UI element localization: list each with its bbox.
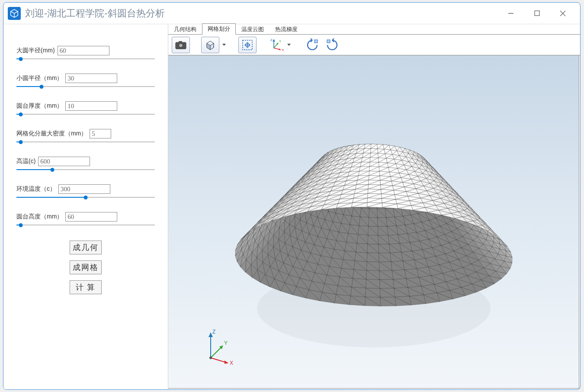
param-input-3[interactable] bbox=[90, 129, 111, 138]
param-slider-0[interactable] bbox=[16, 56, 155, 61]
x-axis-label: X bbox=[230, 360, 233, 366]
svg-text:Y: Y bbox=[279, 39, 282, 43]
screenshot-button[interactable] bbox=[172, 37, 190, 53]
close-button[interactable] bbox=[550, 5, 576, 22]
viewport-triad: X Y Z bbox=[203, 328, 237, 366]
svg-rect-5 bbox=[179, 41, 182, 43]
tab-0[interactable]: 几何结构 bbox=[168, 24, 202, 35]
compute-button[interactable]: 计 算 bbox=[70, 280, 102, 294]
tab-1[interactable]: 网格划分 bbox=[202, 23, 236, 35]
axis-triad-dropdown[interactable] bbox=[286, 37, 292, 53]
param-slider-1[interactable] bbox=[16, 84, 155, 89]
minimize-icon bbox=[508, 10, 514, 16]
param-input-4[interactable] bbox=[38, 157, 90, 166]
window-controls bbox=[498, 5, 576, 22]
param-label: 圆台高度（mm） bbox=[16, 213, 63, 221]
param-slider-4[interactable] bbox=[16, 167, 155, 172]
param-input-6[interactable] bbox=[65, 212, 117, 222]
svg-rect-1 bbox=[535, 11, 539, 16]
generate-geometry-button[interactable]: 成几何 bbox=[70, 241, 102, 254]
3d-viewport[interactable]: X Y Z bbox=[168, 55, 579, 389]
param-input-0[interactable] bbox=[58, 46, 109, 55]
close-icon bbox=[560, 10, 566, 16]
param-input-1[interactable] bbox=[65, 74, 117, 83]
svg-text:X: X bbox=[282, 48, 284, 52]
main-panel: 几何结构网格划分温度云图热流梯度 bbox=[168, 24, 580, 389]
param-slider-5[interactable] bbox=[16, 195, 155, 200]
param-label: 环境温度（c） bbox=[16, 185, 56, 193]
param-label: 大圆半径(mm) bbox=[16, 47, 55, 55]
svg-rect-16 bbox=[327, 40, 330, 43]
axis-triad-icon: X Y Z bbox=[268, 37, 284, 53]
param-input-2[interactable] bbox=[65, 101, 117, 111]
generate-mesh-button[interactable]: 成网格 bbox=[70, 260, 102, 274]
svg-point-7 bbox=[180, 44, 182, 47]
sidebar: 大圆半径(mm) 小圆半径（mm） 圆台厚度（mm） 网格化分最大密度（mm bbox=[3, 24, 168, 389]
svg-point-2373 bbox=[209, 357, 212, 359]
z-axis-label: Z bbox=[212, 329, 215, 335]
maximize-button[interactable] bbox=[524, 5, 550, 22]
param-slider-6[interactable] bbox=[16, 222, 155, 228]
window-title: 刘迎-湖北工程学院-斜圆台热分析 bbox=[25, 7, 498, 20]
cube-icon bbox=[204, 39, 216, 51]
view-cube-dropdown[interactable] bbox=[221, 37, 227, 53]
param-label: 高温(c) bbox=[16, 157, 35, 165]
titlebar: 刘迎-湖北工程学院-斜圆台热分析 bbox=[3, 3, 580, 24]
view-cube-button[interactable] bbox=[201, 37, 219, 53]
camera-icon bbox=[175, 40, 187, 50]
param-slider-2[interactable] bbox=[16, 112, 155, 117]
svg-rect-15 bbox=[314, 40, 318, 43]
param-slider-3[interactable] bbox=[16, 139, 155, 145]
rotate-ccw-button[interactable] bbox=[323, 37, 341, 53]
app-icon bbox=[8, 7, 21, 20]
app-window: 刘迎-湖北工程学院-斜圆台热分析 大圆半径(mm) 小圆半径（mm） bbox=[3, 2, 581, 390]
param-input-5[interactable] bbox=[58, 184, 110, 194]
maximize-icon bbox=[534, 10, 540, 16]
fit-view-button[interactable] bbox=[238, 37, 257, 53]
tab-2[interactable]: 温度云图 bbox=[236, 24, 270, 35]
viewport-toolbar: X Y Z bbox=[168, 35, 580, 55]
content-area: 大圆半径(mm) 小圆半径（mm） 圆台厚度（mm） 网格化分最大密度（mm bbox=[3, 24, 580, 389]
param-label: 小圆半径（mm） bbox=[16, 74, 63, 82]
rotate-ccw-icon bbox=[325, 38, 340, 52]
axis-triad-button[interactable]: X Y Z bbox=[268, 37, 284, 53]
action-buttons: 成几何 成网格 计 算 bbox=[16, 241, 155, 294]
rotate-cw-button[interactable] bbox=[303, 37, 321, 53]
chevron-down-icon bbox=[287, 44, 291, 46]
param-label: 圆台厚度（mm） bbox=[16, 102, 63, 110]
y-axis-label: Y bbox=[224, 340, 228, 346]
param-label: 网格化分最大密度（mm） bbox=[16, 130, 87, 138]
chevron-down-icon bbox=[222, 44, 226, 46]
fit-icon bbox=[242, 39, 253, 51]
tab-3[interactable]: 热流梯度 bbox=[270, 24, 303, 35]
svg-text:Z: Z bbox=[270, 38, 273, 42]
rotate-cw-icon bbox=[305, 38, 320, 52]
tabs: 几何结构网格划分温度云图热流梯度 bbox=[168, 24, 580, 35]
mesh-rendering bbox=[222, 105, 525, 365]
minimize-button[interactable] bbox=[498, 5, 524, 22]
